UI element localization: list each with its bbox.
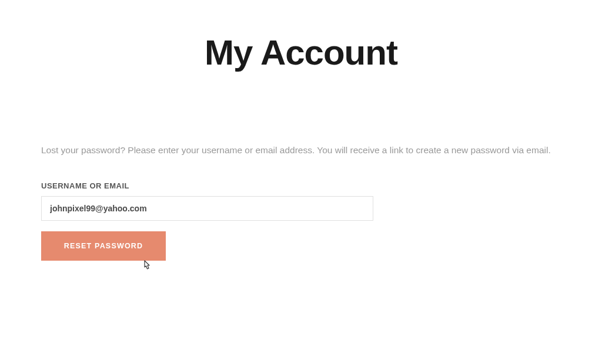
reset-password-button[interactable]: RESET PASSWORD — [41, 231, 166, 261]
page-title: My Account — [0, 32, 602, 73]
pointer-cursor-icon — [141, 259, 153, 272]
username-email-input[interactable] — [41, 196, 373, 221]
username-email-label: USERNAME OR EMAIL — [41, 181, 561, 190]
reset-password-form: Lost your password? Please enter your us… — [0, 143, 602, 261]
instructions-text: Lost your password? Please enter your us… — [41, 143, 561, 157]
reset-password-button-label: RESET PASSWORD — [64, 242, 143, 250]
